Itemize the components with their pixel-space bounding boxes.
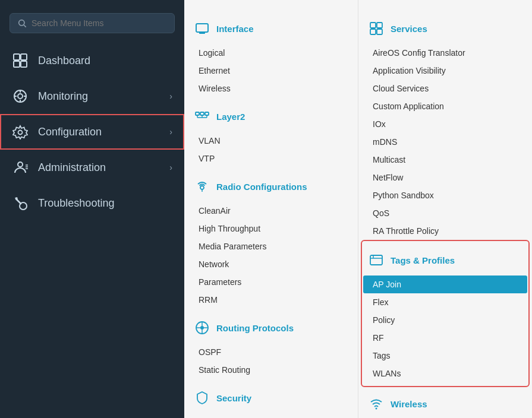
menu-item-multicast[interactable]: Multicast: [363, 151, 527, 169]
layer2-icon: [194, 108, 210, 125]
menu-column-1: Interface Logical Ethernet Wireless Laye…: [184, 0, 358, 418]
routing-icon: [194, 319, 210, 336]
services-section-header: Services: [363, 18, 527, 39]
routing-title: Routing Protocols: [216, 323, 294, 333]
sidebar-item-label: Configuration: [38, 126, 102, 138]
svg-rect-36: [370, 23, 376, 28]
menu-item-ospf[interactable]: OSPF: [189, 343, 353, 361]
security-icon: [194, 390, 210, 406]
menu-item-aireos[interactable]: AireOS Config Translator: [363, 44, 527, 62]
menu-item-wireless[interactable]: Wireless: [189, 80, 353, 97]
menu-item-cleanair[interactable]: CleanAir: [189, 202, 353, 220]
svg-point-7: [18, 94, 23, 99]
svg-rect-37: [377, 23, 382, 28]
services-title: Services: [391, 24, 427, 34]
svg-rect-2: [14, 54, 20, 60]
svg-rect-38: [370, 29, 376, 34]
dashboard-icon: [12, 52, 29, 69]
routing-section-header: Routing Protocols: [189, 317, 353, 338]
svg-rect-5: [21, 61, 27, 67]
svg-rect-20: [199, 32, 205, 34]
chevron-right-icon: ›: [169, 163, 172, 172]
sidebar-item-dashboard[interactable]: Dashboard: [0, 43, 184, 78]
menu-item-ap-join[interactable]: AP Join: [363, 276, 527, 293]
configuration-icon: [12, 124, 29, 140]
menu-item-ra-throttle[interactable]: RA Throttle Policy: [363, 222, 527, 240]
wireless-section-header: Wireless: [363, 393, 527, 414]
services-icon: [368, 20, 385, 37]
nav-items: Dashboard Monitoring ›: [0, 43, 184, 221]
sidebar-item-troubleshooting[interactable]: Troubleshooting: [0, 185, 184, 221]
svg-point-31: [200, 326, 204, 330]
administration-icon: [12, 159, 29, 176]
menu-item-media-parameters[interactable]: Media Parameters: [189, 238, 353, 255]
tags-profiles-header: Tags & Profiles: [363, 249, 527, 271]
menu-item-policy[interactable]: Policy: [363, 311, 527, 329]
menu-item-tags[interactable]: Tags: [363, 347, 527, 365]
svg-point-43: [376, 408, 377, 410]
chevron-right-icon: ›: [169, 91, 172, 101]
menu-item-mdns[interactable]: mDNS: [363, 133, 527, 151]
radio-icon: [194, 178, 210, 195]
tags-profiles-icon: [368, 252, 385, 268]
sidebar-item-monitoring[interactable]: Monitoring ›: [0, 78, 184, 114]
sidebar-item-label: Troubleshooting: [38, 197, 114, 210]
layer2-title: Layer2: [216, 112, 245, 122]
menu-item-custom-app[interactable]: Custom Application: [363, 97, 527, 115]
interface-section-header: Interface: [189, 18, 353, 39]
menu-item-parameters[interactable]: Parameters: [189, 273, 353, 291]
radio-title: Radio Configurations: [216, 182, 307, 192]
svg-point-0: [19, 20, 24, 26]
wireless-section-icon: [368, 395, 385, 412]
menu-item-aaa[interactable]: AAA: [189, 413, 353, 418]
tags-profiles-section: Tags & Profiles AP Join Flex Policy RF T…: [363, 242, 527, 385]
menu-item-rf[interactable]: RF: [363, 329, 527, 347]
menu-item-flex[interactable]: Flex: [363, 293, 527, 311]
menu-item-vtp[interactable]: VTP: [189, 150, 353, 167]
menu-item-wlans[interactable]: WLANs: [363, 365, 527, 382]
svg-rect-19: [196, 24, 208, 32]
svg-rect-40: [370, 255, 382, 265]
search-container: [0, 6, 184, 43]
menu-item-vlan[interactable]: VLAN: [189, 132, 353, 150]
svg-point-13: [18, 162, 23, 167]
search-icon: [17, 18, 27, 28]
svg-point-28: [200, 186, 204, 189]
sidebar: Dashboard Monitoring ›: [0, 0, 184, 418]
menu-item-ethernet[interactable]: Ethernet: [189, 62, 353, 80]
search-box[interactable]: [10, 13, 175, 33]
svg-rect-3: [21, 54, 27, 60]
sidebar-item-administration[interactable]: Administration ›: [0, 150, 184, 185]
menu-item-network[interactable]: Network: [189, 255, 353, 273]
svg-rect-22: [200, 112, 204, 115]
menu-item-cloud-services[interactable]: Cloud Services: [363, 80, 527, 97]
main-content: Interface Logical Ethernet Wireless Laye…: [184, 0, 532, 418]
sidebar-item-configuration[interactable]: Configuration ›: [0, 114, 184, 150]
svg-line-1: [24, 25, 26, 27]
svg-rect-39: [377, 29, 382, 34]
svg-rect-21: [196, 112, 199, 115]
security-title: Security: [216, 393, 251, 403]
troubleshooting-icon: [12, 195, 29, 211]
menu-column-2: Services AireOS Config Translator Applic…: [358, 0, 532, 418]
menu-item-qos[interactable]: QoS: [363, 204, 527, 222]
menu-item-iox[interactable]: IOx: [363, 115, 527, 133]
svg-rect-23: [205, 112, 209, 115]
sidebar-item-label: Dashboard: [38, 55, 90, 67]
sidebar-item-label: Monitoring: [38, 90, 88, 103]
search-input[interactable]: [32, 18, 167, 28]
menu-item-netflow[interactable]: NetFlow: [363, 169, 527, 186]
svg-point-12: [18, 131, 23, 135]
chevron-right-icon: ›: [169, 127, 172, 137]
tags-profiles-title: Tags & Profiles: [391, 255, 455, 265]
radio-section-header: Radio Configurations: [189, 176, 353, 197]
monitoring-icon: [12, 88, 29, 104]
menu-item-python-sandbox[interactable]: Python Sandbox: [363, 186, 527, 204]
menu-item-app-visibility[interactable]: Application Visibility: [363, 62, 527, 80]
menu-item-high-throughput[interactable]: High Throughput: [189, 220, 353, 238]
interface-title: Interface: [216, 24, 254, 34]
menu-item-logical[interactable]: Logical: [189, 44, 353, 62]
menu-item-static-routing[interactable]: Static Routing: [189, 361, 353, 379]
sidebar-item-label: Administration: [38, 162, 106, 174]
menu-item-rrm[interactable]: RRM: [189, 291, 353, 309]
